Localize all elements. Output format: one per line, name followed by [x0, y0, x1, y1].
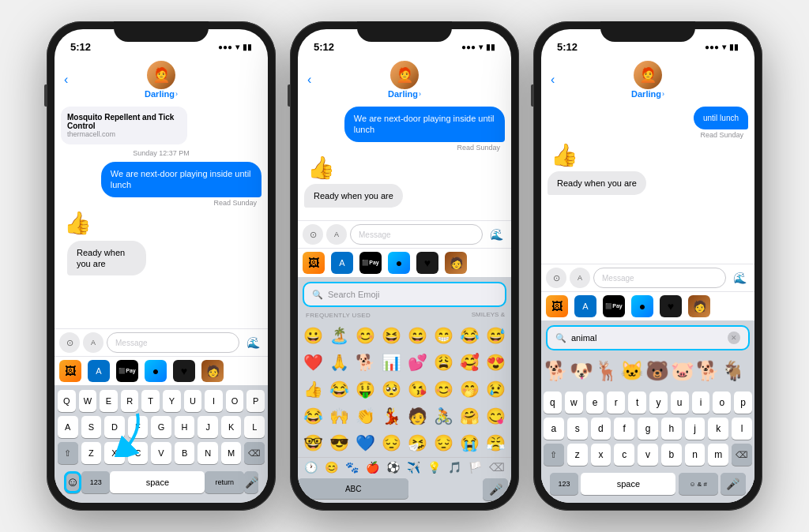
key-b[interactable]: B	[175, 442, 195, 464]
key-h-3[interactable]: h	[661, 418, 682, 440]
key-y[interactable]: Y	[163, 390, 181, 412]
emoji-cell[interactable]: 🤭	[457, 377, 482, 402]
key-p[interactable]: P	[246, 390, 265, 412]
key-123-1[interactable]: 123	[81, 471, 110, 493]
key-q-3[interactable]: q	[544, 392, 562, 414]
emoji-cell[interactable]: 💙	[353, 430, 378, 455]
message-field-3[interactable]: Message	[593, 268, 726, 288]
emoji-cat-objects[interactable]: 💡	[427, 461, 441, 474]
emoji-cell[interactable]: 😋	[484, 403, 508, 429]
applepay-app-1[interactable]: ⬛Pay	[116, 360, 138, 382]
emoji-cell[interactable]: 🤧	[405, 430, 430, 455]
key-s-3[interactable]: s	[567, 418, 588, 440]
emoji-cell[interactable]: 😢	[484, 377, 508, 402]
key-r-3[interactable]: r	[607, 392, 625, 414]
emoji-cell[interactable]: 🐕	[353, 350, 378, 375]
key-e[interactable]: E	[100, 390, 118, 412]
emoji-cell[interactable]: 🧑	[405, 403, 430, 429]
clear-search-icon[interactable]: ✕	[728, 332, 740, 344]
photos-app-1[interactable]: 🖼	[59, 360, 81, 382]
emoji-cell[interactable]: 😎	[327, 430, 352, 455]
emoji-cell[interactable]: 😄	[405, 323, 430, 348]
contact-info-2[interactable]: 🧑‍🦰 Darling ›	[388, 61, 421, 99]
memoji-app-1[interactable]: 🧑	[201, 360, 224, 382]
key-u-3[interactable]: u	[671, 392, 689, 414]
animal-emoji-4[interactable]: 🐱	[620, 355, 644, 387]
key-w-3[interactable]: w	[565, 392, 583, 414]
emoji-cell[interactable]: 😭	[457, 430, 482, 455]
emoji-cell[interactable]: 🙌	[327, 403, 352, 429]
photos-app-3[interactable]: 🖼	[546, 295, 568, 317]
animal-emoji-3[interactable]: 🦌	[595, 355, 619, 387]
emoji-cell[interactable]: 🚴	[431, 403, 456, 429]
emoji-cell[interactable]: 😩	[431, 350, 456, 375]
dark-app-1[interactable]: ♥	[173, 360, 195, 382]
appstore-app-1[interactable]: A	[88, 360, 110, 382]
animal-emoji-1[interactable]: 🐕	[544, 355, 568, 387]
animal-emoji-5[interactable]: 🐻	[645, 355, 669, 387]
key-n-3[interactable]: n	[685, 444, 706, 466]
emoji-cell[interactable]: 🥰	[457, 350, 482, 375]
emoji-cell[interactable]: 🙏	[327, 350, 352, 375]
camera-btn-3[interactable]: ⊙	[546, 268, 566, 288]
key-k[interactable]: K	[221, 416, 242, 438]
key-space-1[interactable]: space	[110, 471, 205, 493]
emoji-cell[interactable]: 😀	[301, 323, 325, 348]
key-123-3[interactable]: 123	[550, 473, 578, 495]
key-h[interactable]: H	[175, 416, 195, 438]
back-button-1[interactable]: ‹	[64, 73, 68, 87]
audio-btn-1[interactable]: 🌊	[243, 332, 263, 353]
memoji-app-3[interactable]: 🧑	[688, 295, 710, 317]
emoji-cell[interactable]: 🤗	[457, 403, 482, 429]
photos-app-2[interactable]: 🖼	[303, 252, 325, 274]
emoji-delete[interactable]: ⌫	[489, 461, 505, 474]
key-shift[interactable]: ⇧	[58, 442, 78, 464]
emoji-cell[interactable]: 👏	[353, 403, 378, 429]
emoji-button-1[interactable]: ☺	[64, 471, 81, 493]
abc-key-2[interactable]: ABC	[298, 478, 408, 499]
emoji-cell[interactable]: 😅	[484, 323, 508, 348]
audio-btn-3[interactable]: 🌊	[729, 268, 750, 288]
emoji-cell[interactable]: 😆	[379, 323, 404, 348]
appstore-app-3[interactable]: A	[574, 295, 596, 317]
applepay-app-2[interactable]: ⬛Pay	[359, 252, 382, 274]
key-t-3[interactable]: t	[628, 392, 646, 414]
key-n[interactable]: N	[198, 442, 218, 464]
emoji-cell[interactable]: 🤑	[353, 377, 378, 402]
key-p-3[interactable]: p	[734, 392, 752, 414]
emoji-cell[interactable]: 😂	[457, 323, 482, 348]
animoji-app-1[interactable]: ●	[145, 360, 167, 382]
key-o[interactable]: O	[226, 390, 244, 412]
key-m-3[interactable]: m	[708, 444, 728, 466]
key-shift-3[interactable]: ⇧	[544, 444, 564, 466]
animal-emoji-8[interactable]: 🐐	[721, 355, 745, 387]
emoji-cat-animals[interactable]: 🐾	[345, 461, 359, 474]
key-g-3[interactable]: g	[638, 418, 658, 440]
message-field-2[interactable]: Message	[350, 224, 483, 245]
key-space-3[interactable]: space	[581, 473, 675, 495]
apps-btn-2[interactable]: A	[326, 224, 347, 245]
key-delete[interactable]: ⌫	[244, 442, 265, 464]
emoji-cell[interactable]: 😊	[431, 377, 456, 402]
audio-btn-2[interactable]: 🌊	[486, 224, 506, 245]
key-i-3[interactable]: i	[692, 392, 710, 414]
applepay-app-3[interactable]: ⬛Pay	[603, 295, 625, 317]
key-a[interactable]: A	[58, 416, 78, 438]
key-k-3[interactable]: k	[708, 418, 728, 440]
memoji-app-2[interactable]: 🧑	[445, 252, 467, 274]
key-b-3[interactable]: b	[661, 444, 682, 466]
key-r[interactable]: R	[121, 390, 139, 412]
emoji-search-bar-3[interactable]: 🔍 animal ✕	[546, 325, 750, 350]
key-c-3[interactable]: c	[614, 444, 634, 466]
emoji-cell[interactable]: 😊	[353, 323, 378, 348]
emoji-cat-smileys[interactable]: 😊	[325, 461, 338, 474]
key-v[interactable]: V	[151, 442, 171, 464]
apps-btn-3[interactable]: A	[570, 268, 590, 288]
emoji-cat-sports[interactable]: ⚽	[386, 461, 400, 474]
key-g[interactable]: G	[151, 416, 171, 438]
mic-btn-2[interactable]: 🎤	[483, 478, 508, 500]
emoji-cat-flags[interactable]: 🏳️	[468, 461, 482, 474]
animal-emoji-6[interactable]: 🐷	[671, 355, 694, 387]
appstore-app-2[interactable]: A	[331, 252, 353, 274]
camera-btn-1[interactable]: ⊙	[59, 332, 80, 353]
